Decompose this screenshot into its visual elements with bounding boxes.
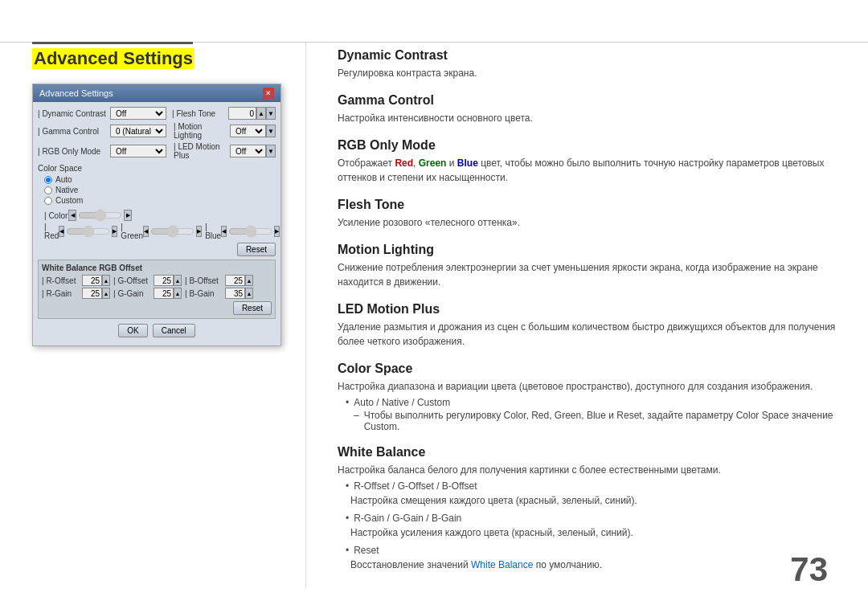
link-r-offset: R-Offset: [354, 480, 389, 492]
text-color-space: Настройка диапазона и вариации цвета (цв…: [338, 379, 836, 394]
dialog-title-bar: Advanced Settings ✕: [33, 84, 280, 102]
flesh-tone-label: | Flesh Tone: [172, 109, 228, 118]
dynamic-contrast-select[interactable]: Off: [110, 107, 166, 120]
page-number: 73: [790, 550, 828, 589]
heading-dynamic-contrast: Dynamic Contrast: [338, 48, 836, 63]
text-white-balance: Настройка баланса белого для получения к…: [338, 463, 836, 477]
g-gain-input[interactable]: [154, 288, 174, 299]
g-gain-label: | G-Gain: [113, 289, 154, 298]
ok-button[interactable]: OK: [118, 324, 147, 337]
white-balance-reset-list: Reset: [346, 545, 836, 556]
gamma-control-label: | Gamma Control: [38, 127, 110, 136]
cs-red-label: | Red: [44, 223, 59, 240]
bullet-wb-offset: R-Offset / G-Offset / B-Offset: [346, 480, 836, 492]
wb-gain-row: | R-Gain ▲ | G-Gain ▲ | B-Gain ▲: [42, 288, 272, 299]
radio-auto[interactable]: Auto: [44, 175, 276, 184]
cs-green-slider: [150, 228, 194, 235]
page-title: Advanced Settings: [32, 48, 194, 69]
flesh-tone-up[interactable]: ▲: [256, 107, 266, 120]
r-offset-input[interactable]: [82, 275, 102, 286]
b-gain-up[interactable]: ▲: [245, 288, 253, 299]
divider-line: [305, 42, 306, 588]
dialog-title-text: Advanced Settings: [39, 88, 113, 98]
text-blue: Blue: [457, 157, 478, 169]
led-motion-plus-select[interactable]: Off: [230, 145, 266, 157]
cs-green-left[interactable]: ◀: [143, 226, 149, 237]
g-offset-label: | G-Offset: [113, 276, 154, 285]
link-green: Green: [555, 410, 581, 421]
section-rgb-only-mode: RGB Only Mode Отображает Red, Green и Bl…: [338, 138, 836, 185]
r-offset-up[interactable]: ▲: [102, 275, 110, 286]
heading-rgb-only-mode: RGB Only Mode: [338, 138, 836, 153]
b-gain-label: | B-Gain: [185, 289, 225, 298]
led-motion-plus-arrow[interactable]: ▼: [266, 145, 276, 157]
flesh-tone-input[interactable]: [228, 107, 256, 120]
link-white-balance: White Balance: [471, 559, 533, 570]
dialog-close-button[interactable]: ✕: [263, 88, 274, 99]
motion-lighting-select[interactable]: Off: [230, 125, 266, 137]
heading-color-space: Color Space: [338, 362, 836, 376]
color-space-section-label: Color Space: [38, 164, 276, 173]
link-g-offset: G-Offset: [398, 480, 434, 492]
text-led-motion-plus: Удаление размытия и дрожания из сцен с б…: [338, 320, 836, 349]
color-space-links: Auto / Native / Custom: [354, 397, 450, 408]
cs-red-slider: [66, 228, 110, 235]
b-offset-input[interactable]: [225, 275, 245, 286]
link-b-offset: B-Offset: [442, 480, 477, 492]
rgb-only-mode-select[interactable]: Off: [110, 145, 166, 157]
section-flesh-tone: Flesh Tone Усиление розового «телесного …: [338, 198, 836, 230]
section-white-balance: White Balance Настройка баланса белого д…: [338, 445, 836, 572]
left-panel: Advanced Settings Advanced Settings ✕ | …: [32, 48, 305, 346]
sub-color-space-text: Чтобы выполнить регулировку Color, Red, …: [354, 410, 836, 432]
section-led-motion-plus: LED Motion Plus Удаление размытия и дрож…: [338, 302, 836, 349]
color-reset-button[interactable]: Reset: [237, 243, 276, 256]
radio-custom-input[interactable]: [44, 197, 52, 205]
dialog-body: | Dynamic Contrast Off | Flesh Tone ▲ ▼ …: [33, 102, 280, 345]
radio-custom[interactable]: Custom: [44, 196, 276, 205]
cs-red-left[interactable]: ◀: [59, 226, 64, 237]
cs-blue-left[interactable]: ◀: [221, 226, 227, 237]
cs-color-left[interactable]: ◀: [68, 210, 76, 221]
text-gamma-control: Настройка интенсивности основного цвета.: [338, 111, 836, 125]
section-motion-lighting: Motion Lighting Снижение потребления эле…: [338, 243, 836, 289]
text-green: Green: [419, 157, 447, 169]
link-red: Red: [531, 410, 549, 421]
cs-red-right[interactable]: ▶: [112, 226, 117, 237]
color-space-radio-group: Auto Native Custom: [44, 175, 276, 206]
color-space-bullet-list: Auto / Native / Custom: [346, 397, 836, 408]
g-gain-up[interactable]: ▲: [174, 288, 182, 299]
g-offset-up[interactable]: ▲: [174, 275, 182, 286]
wb-reset-button[interactable]: Reset: [233, 301, 272, 315]
wb-offset-links: R-Offset / G-Offset / B-Offset: [354, 480, 477, 492]
flesh-tone-down[interactable]: ▼: [266, 107, 276, 120]
cs-color-label: | Color: [44, 211, 68, 220]
r-gain-input[interactable]: [82, 288, 102, 299]
cs-green-right[interactable]: ▶: [196, 226, 202, 237]
text-dynamic-contrast: Регулировка контраста экрана.: [338, 66, 836, 80]
cs-color-right[interactable]: ▶: [124, 210, 132, 221]
gamma-control-select[interactable]: 0 (Natural): [110, 125, 166, 137]
radio-native[interactable]: Native: [44, 186, 276, 194]
link-auto: Auto: [354, 397, 374, 408]
r-gain-up[interactable]: ▲: [102, 288, 110, 299]
heading-motion-lighting: Motion Lighting: [338, 243, 836, 257]
link-wb-reset: Reset: [354, 545, 379, 556]
g-offset-input[interactable]: [154, 275, 174, 286]
text-motion-lighting: Снижение потребления электроэнергии за с…: [338, 260, 836, 289]
rgb-only-mode-label: | RGB Only Mode: [38, 147, 110, 156]
dialog-row-2: | Gamma Control 0 (Natural) | Motion Lig…: [38, 122, 276, 140]
link-blue-text: Blue: [587, 410, 606, 421]
radio-auto-input[interactable]: [44, 176, 52, 184]
dialog-window: Advanced Settings ✕ | Dynamic Contrast O…: [32, 84, 281, 346]
cs-row-rgb: | Red ◀ ▶ | Green ◀ ▶ | Blue ◀ ▶: [44, 223, 276, 240]
radio-native-input[interactable]: [44, 186, 52, 194]
top-accent-line: [32, 42, 193, 44]
link-native: Native: [382, 397, 409, 408]
section-color-space: Color Space Настройка диапазона и вариац…: [338, 362, 836, 432]
cancel-button[interactable]: Cancel: [153, 324, 195, 337]
motion-lighting-arrow[interactable]: ▼: [266, 125, 276, 137]
b-offset-up[interactable]: ▲: [245, 275, 253, 286]
text-wb-gain: Настройка усиления каждого цвета (красны…: [350, 525, 836, 540]
cs-blue-right[interactable]: ▶: [274, 226, 280, 237]
b-gain-input[interactable]: [225, 288, 245, 299]
